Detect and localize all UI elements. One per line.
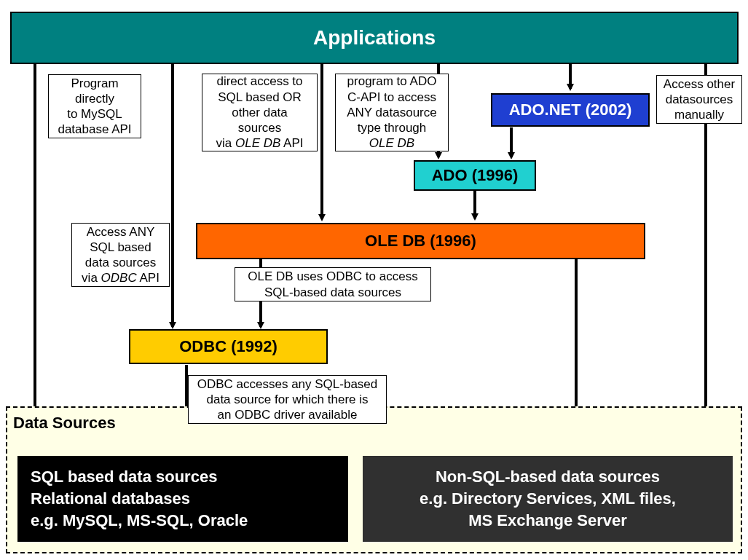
data-sources-container: Data Sources SQL based data sourcesRelat… (6, 406, 742, 553)
callout-access-odbc: Access ANYSQL baseddata sourcesvia ODBC … (71, 223, 170, 287)
nonsql-sources-box: Non-SQL-based data sourcese.g. Directory… (363, 456, 733, 542)
ado-box: ADO (1996) (414, 160, 536, 191)
callout-direct-oledb: direct access toSQL based ORother dataso… (202, 74, 318, 151)
callout-program-ado: program to ADOC-API to accessANY datasou… (335, 74, 449, 151)
callout-access-other: Access otherdatasourcesmanually (656, 75, 742, 124)
odbc-box: ODBC (1992) (129, 329, 328, 364)
oledb-label: OLE DB (1996) (365, 232, 476, 251)
data-sources-title: Data Sources (13, 414, 116, 433)
sql-sources-text: SQL based data sourcesRelational databas… (31, 466, 248, 531)
applications-title: Applications (313, 26, 436, 50)
adonet-box: ADO.NET (2002) (491, 93, 650, 127)
nonsql-sources-text: Non-SQL-based data sourcese.g. Directory… (420, 466, 676, 531)
odbc-label: ODBC (1992) (179, 337, 277, 356)
callout-oledb-uses-odbc: OLE DB uses ODBC to accessSQL-based data… (235, 267, 431, 301)
applications-box: Applications (10, 12, 739, 64)
ado-label: ADO (1996) (432, 166, 519, 185)
callout-odbc-accesses: ODBC accesses any SQL-baseddata source f… (188, 375, 387, 424)
diagram-canvas: Applications ADO.NET (2002) ADO (1996) O… (0, 0, 748, 560)
oledb-box: OLE DB (1996) (196, 223, 645, 259)
adonet-label: ADO.NET (2002) (509, 100, 632, 119)
callout-program-directly: Programdirectlyto MySQLdatabase API (48, 74, 141, 138)
sql-sources-box: SQL based data sourcesRelational databas… (17, 456, 348, 542)
